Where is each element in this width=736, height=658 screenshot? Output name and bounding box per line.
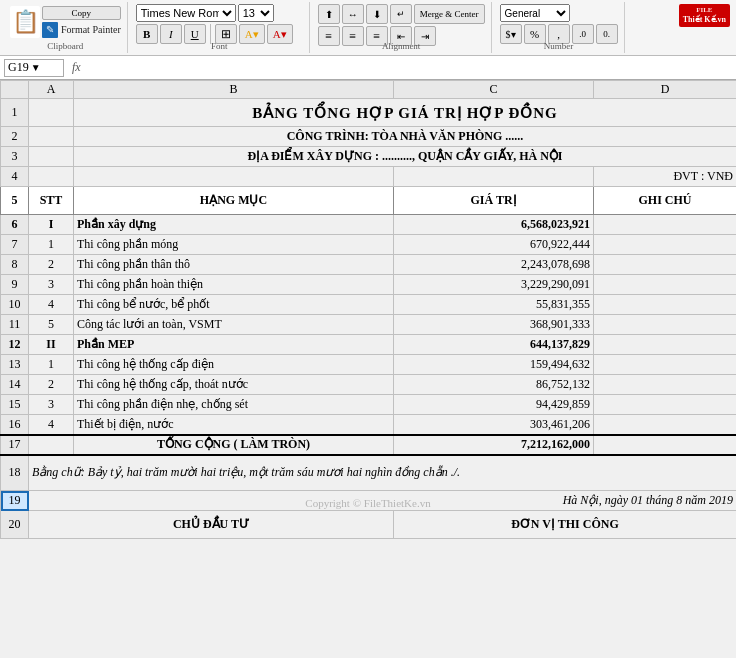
hang-muc-I[interactable]: Phần xây dựng xyxy=(74,215,394,235)
header-gia-tri: GIÁ TRỊ xyxy=(394,187,594,215)
gia-tri-3b[interactable]: 94,429,859 xyxy=(394,395,594,415)
format-painter-label[interactable]: Format Painter xyxy=(61,24,121,35)
stt-4b[interactable]: 4 xyxy=(29,415,74,435)
hang-muc-4a[interactable]: Thi công bể nước, bể phốt xyxy=(74,295,394,315)
align-top-button[interactable]: ⬆ xyxy=(318,4,340,24)
hang-muc-3b[interactable]: Thi công phần điện nhẹ, chống sét xyxy=(74,395,394,415)
col-header-D[interactable]: D xyxy=(594,81,737,99)
font-name-select[interactable]: Times New Roman xyxy=(136,4,236,22)
header-ghi-chu: GHI CHÚ xyxy=(594,187,737,215)
number-group: General $▾ % , .0 0. Number xyxy=(494,2,625,53)
cell-A4[interactable] xyxy=(29,167,74,187)
alignment-group: ⬆ ↔ ⬇ ↵ Merge & Center ≡ ≡ ≡ ⇤ ⇥ Alignme… xyxy=(312,2,492,53)
align-bottom-button[interactable]: ⬇ xyxy=(366,4,388,24)
table-row: 1 BẢNG TỔNG HỢP GIÁ TRỊ HỢP ĐỒNG xyxy=(1,99,737,127)
ghi-chu-4b[interactable] xyxy=(594,415,737,435)
ghi-chu-3a[interactable] xyxy=(594,275,737,295)
corner-header xyxy=(1,81,29,99)
gia-tri-2b[interactable]: 86,752,132 xyxy=(394,375,594,395)
hang-muc-4b[interactable]: Thiết bị điện, nước xyxy=(74,415,394,435)
ghi-chu-I[interactable] xyxy=(594,215,737,235)
stt-1a[interactable]: 1 xyxy=(29,235,74,255)
table-row: 3 ĐỊA ĐIỂM XÂY DỰNG : .........., QUẬN C… xyxy=(1,147,737,167)
hang-muc-1a[interactable]: Thi công phần móng xyxy=(74,235,394,255)
row-num-20: 20 xyxy=(1,511,29,539)
hang-muc-1b[interactable]: Thi công hệ thống cấp điện xyxy=(74,355,394,375)
row-num-19: 19 xyxy=(1,491,29,511)
gia-tri-4b[interactable]: 303,461,206 xyxy=(394,415,594,435)
gia-tri-3a[interactable]: 3,229,290,091 xyxy=(394,275,594,295)
row-num-14: 14 xyxy=(1,375,29,395)
font-group: Times New Roman 13 B I U ⊞ A▾ A▾ Font xyxy=(130,2,310,53)
col-header-B[interactable]: B xyxy=(74,81,394,99)
hang-muc-5a[interactable]: Công tác lưới an toàn, VSMT xyxy=(74,315,394,335)
format-painter-icon: ✎ xyxy=(42,22,58,38)
copy-button[interactable]: Copy xyxy=(42,6,121,20)
gia-tri-5a[interactable]: 368,901,333 xyxy=(394,315,594,335)
logo-line2: Thiết Kế.vn xyxy=(683,15,726,25)
cell-A3[interactable] xyxy=(29,147,74,167)
hang-muc-3a[interactable]: Thi công phần hoàn thiện xyxy=(74,275,394,295)
total-value: 7,212,162,000 xyxy=(394,435,594,455)
gia-tri-1a[interactable]: 670,922,444 xyxy=(394,235,594,255)
ghi-chu-1a[interactable] xyxy=(594,235,737,255)
hang-muc-2a[interactable]: Thi công phần thân thô xyxy=(74,255,394,275)
ghi-chu-5a[interactable] xyxy=(594,315,737,335)
cell-A2[interactable] xyxy=(29,127,74,147)
number-format-select[interactable]: General xyxy=(500,4,570,22)
total-row: 17 TỔNG CỘNG ( LÀM TRÒN) 7,212,162,000 xyxy=(1,435,737,455)
table-row: 18 Bằng chữ: Bảy tỷ, hai trăm mười hai t… xyxy=(1,455,737,491)
gia-tri-II[interactable]: 644,137,829 xyxy=(394,335,594,355)
hang-muc-2b[interactable]: Thi công hệ thống cấp, thoát nước xyxy=(74,375,394,395)
ghi-chu-3b[interactable] xyxy=(594,395,737,415)
stt-2b[interactable]: 2 xyxy=(29,375,74,395)
row-num-3: 3 xyxy=(1,147,29,167)
cell-C4[interactable] xyxy=(394,167,594,187)
cell-A1[interactable] xyxy=(29,99,74,127)
table-row: 16 4 Thiết bị điện, nước 303,461,206 xyxy=(1,415,737,435)
stt-3b[interactable]: 3 xyxy=(29,395,74,415)
merge-center-button[interactable]: Merge & Center xyxy=(414,4,485,24)
wrap-text-button[interactable]: ↵ xyxy=(390,4,412,24)
col-header-C[interactable]: C xyxy=(394,81,594,99)
stt-II[interactable]: II xyxy=(29,335,74,355)
dvt-cell: ĐVT : VNĐ xyxy=(594,167,737,187)
row-num-12: 12 xyxy=(1,335,29,355)
table-row: 14 2 Thi công hệ thống cấp, thoát nước 8… xyxy=(1,375,737,395)
cell-reference: G19 xyxy=(8,60,29,75)
ghi-chu-4a[interactable] xyxy=(594,295,737,315)
row-num-1: 1 xyxy=(1,99,29,127)
note-cell: Bằng chữ: Bảy tỷ, hai trăm mười hai triệ… xyxy=(29,455,737,491)
row-num-6: 6 xyxy=(1,215,29,235)
row-num-10: 10 xyxy=(1,295,29,315)
gia-tri-4a[interactable]: 55,831,355 xyxy=(394,295,594,315)
spreadsheet-wrapper: A B C D 1 BẢNG TỔNG HỢP GIÁ TRỊ HỢP ĐỒNG… xyxy=(0,80,736,539)
hang-muc-II[interactable]: Phần MEP xyxy=(74,335,394,355)
table-row: 5 STT HẠNG MỤC GIÁ TRỊ GHI CHÚ xyxy=(1,187,737,215)
gia-tri-I[interactable]: 6,568,023,921 xyxy=(394,215,594,235)
align-middle-button[interactable]: ↔ xyxy=(342,4,364,24)
table-row: 9 3 Thi công phần hoàn thiện 3,229,290,0… xyxy=(1,275,737,295)
gia-tri-2a[interactable]: 2,243,078,698 xyxy=(394,255,594,275)
ghi-chu-2a[interactable] xyxy=(594,255,737,275)
stt-4a[interactable]: 4 xyxy=(29,295,74,315)
font-size-select[interactable]: 13 xyxy=(238,4,274,22)
ghi-chu-2b[interactable] xyxy=(594,375,737,395)
col-header-A[interactable]: A xyxy=(29,81,74,99)
formula-input[interactable] xyxy=(89,56,732,79)
stt-I[interactable]: I xyxy=(29,215,74,235)
ghi-chu-II[interactable] xyxy=(594,335,737,355)
formula-bar: G19 ▼ fx xyxy=(0,56,736,80)
stt-2a[interactable]: 2 xyxy=(29,255,74,275)
table-row: 2 CÔNG TRÌNH: TÒA NHÀ VĂN PHÒNG ...... xyxy=(1,127,737,147)
paste-button[interactable]: 📋 xyxy=(10,6,40,38)
gia-tri-1b[interactable]: 159,494,632 xyxy=(394,355,594,375)
ghi-chu-1b[interactable] xyxy=(594,355,737,375)
cell-B4[interactable] xyxy=(74,167,394,187)
table-row: 19 Hà Nội, ngày 01 tháng 8 năm 2019 xyxy=(1,491,737,511)
stt-1b[interactable]: 1 xyxy=(29,355,74,375)
name-box[interactable]: G19 ▼ xyxy=(4,59,64,77)
stt-5a[interactable]: 5 xyxy=(29,315,74,335)
stt-3a[interactable]: 3 xyxy=(29,275,74,295)
fx-icon: fx xyxy=(72,60,81,75)
